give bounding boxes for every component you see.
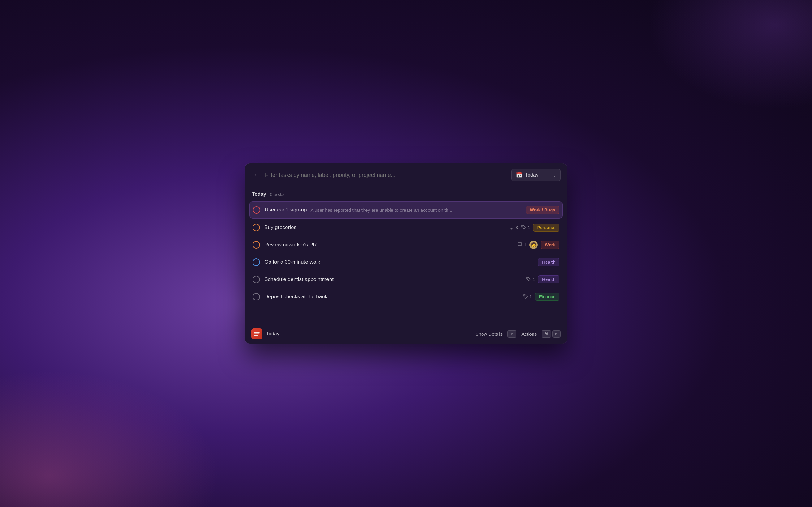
- comment-icon: [517, 242, 522, 248]
- meta-count: 1: [527, 225, 530, 230]
- back-button[interactable]: ←: [251, 170, 261, 180]
- task-meta: 1🧑Work: [517, 241, 559, 249]
- task-meta: 1Health: [526, 275, 559, 283]
- task-content: Go for a 30-minute walk: [264, 259, 534, 265]
- task-meta: 3 1Personal: [509, 224, 559, 232]
- task-checkbox[interactable]: [253, 224, 260, 231]
- voice-icon: [509, 225, 514, 231]
- task-tag: Health: [538, 275, 559, 283]
- meta-item-tag: 1: [526, 277, 535, 283]
- task-tag: Work: [541, 241, 559, 249]
- main-window: ← 📅 Today ⌄ Today 6 tasks User can't sig…: [245, 163, 567, 344]
- meta-count: 1: [524, 242, 526, 247]
- header: ← 📅 Today ⌄: [245, 163, 567, 187]
- task-content: Schedule dentist appointment: [264, 276, 522, 283]
- task-row[interactable]: User can't sign-upA user has reported th…: [249, 201, 563, 219]
- task-content: Review coworker's PR: [264, 242, 513, 248]
- date-selector[interactable]: 📅 Today ⌄: [511, 169, 561, 181]
- tag-icon: [521, 225, 526, 231]
- task-title: Schedule dentist appointment: [264, 276, 334, 283]
- footer-left: Today: [251, 328, 280, 339]
- meta-item-tag: 1: [521, 225, 530, 231]
- enter-kbd-group: ↵: [507, 331, 516, 338]
- footer-right: Show Details ↵ Actions ⌘ K: [476, 331, 561, 338]
- meta-item-comment: 1: [517, 242, 526, 248]
- meta-item-tag: 1: [523, 294, 532, 300]
- meta-item-voice: 3: [509, 225, 518, 231]
- meta-count: 3: [515, 225, 518, 230]
- task-row[interactable]: Schedule dentist appointment 1Health: [249, 271, 563, 288]
- task-checkbox[interactable]: [253, 241, 260, 248]
- svg-point-0: [522, 226, 523, 227]
- task-checkbox[interactable]: [253, 293, 260, 300]
- task-description: A user has reported that they are unable…: [310, 208, 452, 213]
- task-tag: Finance: [535, 293, 559, 301]
- svg-rect-3: [254, 332, 260, 333]
- footer-title: Today: [266, 331, 280, 337]
- date-label: Today: [525, 172, 550, 178]
- task-checkbox[interactable]: [253, 259, 260, 266]
- svg-rect-4: [254, 334, 260, 335]
- task-count: 6 tasks: [270, 192, 285, 197]
- task-tag: Personal: [533, 224, 559, 232]
- task-meta: Health: [538, 258, 559, 266]
- meta-count: 1: [532, 277, 535, 282]
- meta-count: 1: [529, 294, 532, 299]
- task-checkbox[interactable]: [253, 206, 260, 214]
- svg-point-1: [527, 278, 528, 279]
- task-checkbox[interactable]: [253, 276, 260, 283]
- task-content: Buy groceries: [264, 224, 505, 231]
- task-row[interactable]: Deposit checks at the bank 1Finance: [249, 288, 563, 305]
- footer: Today Show Details ↵ Actions ⌘ K: [245, 324, 567, 344]
- task-title: User can't sign-up: [265, 207, 307, 213]
- tag-icon: [523, 294, 528, 300]
- enter-key: ↵: [507, 331, 516, 338]
- tag-icon: [526, 277, 531, 283]
- task-title: Go for a 30-minute walk: [264, 259, 320, 265]
- search-input[interactable]: [265, 172, 507, 178]
- task-content: Deposit checks at the bank: [264, 294, 519, 300]
- task-row[interactable]: Review coworker's PR 1🧑Work: [249, 236, 563, 253]
- task-content: User can't sign-upA user has reported th…: [265, 207, 522, 213]
- svg-rect-5: [254, 335, 258, 336]
- task-tag: Health: [538, 258, 559, 266]
- task-row[interactable]: Go for a 30-minute walkHealth: [249, 254, 563, 271]
- task-list: User can't sign-upA user has reported th…: [245, 201, 567, 305]
- svg-point-2: [524, 295, 525, 296]
- chevron-down-icon: ⌄: [553, 173, 556, 177]
- actions-button[interactable]: Actions: [521, 331, 537, 337]
- show-details-button[interactable]: Show Details: [476, 331, 503, 337]
- task-row[interactable]: Buy groceries 3 1Personal: [249, 219, 563, 236]
- task-title: Review coworker's PR: [264, 242, 317, 248]
- cmd-key: ⌘: [542, 331, 551, 338]
- app-logo: [251, 328, 262, 339]
- section-title: Today: [252, 191, 266, 197]
- task-tag: Work / Bugs: [526, 206, 559, 214]
- cmd-k-kbd-group: ⌘ K: [542, 331, 561, 338]
- task-title: Deposit checks at the bank: [264, 294, 327, 300]
- task-meta: Work / Bugs: [526, 206, 559, 214]
- avatar: 🧑: [529, 241, 538, 249]
- k-key: K: [552, 331, 561, 338]
- calendar-icon: 📅: [516, 172, 523, 178]
- sub-header: Today 6 tasks: [245, 187, 567, 201]
- task-meta: 1Finance: [523, 293, 559, 301]
- task-title: Buy groceries: [264, 224, 297, 231]
